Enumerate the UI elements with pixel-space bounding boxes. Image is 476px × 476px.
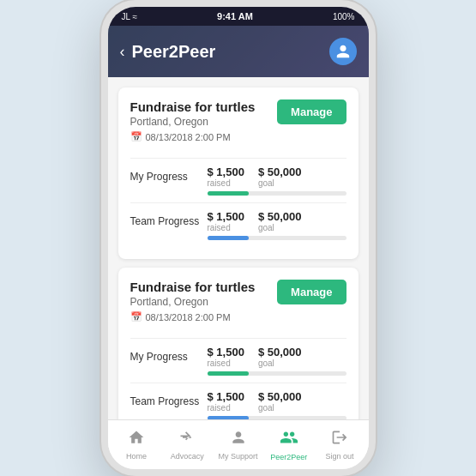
team-progress-row-1: Team Progress $ 1,500 raised $ 50,000 go… <box>130 210 346 240</box>
team-progress-label-2: Team Progress <box>130 395 208 407</box>
my-goal-2: $ 50,000 <box>258 346 302 359</box>
divider-2 <box>130 202 346 203</box>
campaign-date-1: 📅 08/13/2018 2:00 PM <box>130 131 256 142</box>
campaign-title-1: Fundraise for turtles <box>130 99 256 114</box>
my-progress-label-2: My Progress <box>130 351 208 363</box>
manage-button-2[interactable]: Manage <box>277 280 346 304</box>
peer2peer-icon <box>280 428 298 451</box>
my-raised-1: $ 1,500 <box>208 166 244 178</box>
nav-home-label: Home <box>126 452 147 461</box>
my-progress-fill-2 <box>208 371 250 376</box>
app-title: Peer2Peer <box>132 42 329 62</box>
my-progress-stats-2: $ 1,500 raised $ 50,000 goal <box>208 346 302 368</box>
campaign-location-1: Portland, Oregon <box>130 116 256 128</box>
manage-button-1[interactable]: Manage <box>277 99 346 124</box>
nav-my-support-label: My Support <box>218 452 257 461</box>
divider-3 <box>130 338 346 339</box>
team-raised-2: $ 1,500 <box>208 390 244 403</box>
divider-4 <box>130 383 346 383</box>
team-progress-stats-1: $ 1,500 raised $ 50,000 goal <box>208 210 302 232</box>
status-bar: JL ≈ 9:41 AM 100% <box>108 7 369 26</box>
my-progress-row-1: My Progress $ 1,500 raised $ 50,000 goal <box>130 166 346 196</box>
my-raised-2: $ 1,500 <box>208 346 244 359</box>
nav-advocacy[interactable]: Advocacy <box>162 425 213 464</box>
campaign-card-2: Fundraise for turtles Portland, Oregon 📅… <box>118 268 359 419</box>
user-avatar[interactable] <box>329 38 357 65</box>
my-goal-label-1: goal <box>258 178 302 188</box>
nav-my-support[interactable]: My Support <box>213 425 263 464</box>
my-goal-label-2: goal <box>258 359 302 368</box>
team-progress-fill-1 <box>208 236 250 240</box>
team-goal-1: $ 50,000 <box>258 210 302 223</box>
battery: 100% <box>333 12 355 21</box>
my-goal-1: $ 50,000 <box>258 166 302 178</box>
advocacy-icon <box>178 429 196 450</box>
nav-peer2peer[interactable]: Peer2Peer <box>263 425 314 465</box>
nav-advocacy-label: Advocacy <box>171 452 204 461</box>
my-progress-stats-1: $ 1,500 raised $ 50,000 goal <box>208 166 302 188</box>
back-button[interactable]: ‹ <box>120 43 125 61</box>
team-goal-label-2: goal <box>258 403 302 413</box>
status-time: 9:41 AM <box>217 11 253 21</box>
phone-frame: JL ≈ 9:41 AM 100% ‹ Peer2Peer Fundraise … <box>101 0 376 476</box>
team-progress-label-1: Team Progress <box>130 215 208 227</box>
team-goal-label-1: goal <box>258 223 302 232</box>
nav-sign-out[interactable]: Sign out <box>314 425 365 464</box>
team-progress-stats-2: $ 1,500 raised $ 50,000 goal <box>208 390 302 413</box>
calendar-icon-1: 📅 <box>130 131 142 142</box>
content-area: Fundraise for turtles Portland, Oregon 📅… <box>108 77 369 419</box>
nav-home[interactable]: Home <box>111 425 162 464</box>
divider-1 <box>130 158 346 159</box>
team-raised-label-1: raised <box>208 223 244 232</box>
my-progress-bar-2 <box>208 371 346 376</box>
my-raised-label-2: raised <box>208 359 244 368</box>
my-raised-label-1: raised <box>208 178 244 188</box>
my-progress-row-2: My Progress $ 1,500 raised $ 50,000 goal <box>130 346 346 376</box>
carrier: JL ≈ <box>122 12 137 21</box>
campaign-date-2: 📅 08/13/2018 2:00 PM <box>130 311 256 322</box>
my-progress-bar-1 <box>208 191 346 196</box>
nav-peer2peer-label: Peer2Peer <box>270 453 307 461</box>
calendar-icon-2: 📅 <box>130 311 142 322</box>
my-support-icon <box>230 429 247 450</box>
header-banner: ‹ Peer2Peer <box>108 26 369 77</box>
my-progress-fill-1 <box>208 191 250 196</box>
campaign-location-2: Portland, Oregon <box>130 296 256 308</box>
campaign-card-1: Fundraise for turtles Portland, Oregon 📅… <box>118 87 359 259</box>
home-icon <box>128 429 145 450</box>
bottom-nav: Home Advocacy My Support Peer2Peer Sign … <box>108 419 369 469</box>
team-progress-row-2: Team Progress $ 1,500 raised $ 50,000 go… <box>130 390 346 419</box>
campaign-title-2: Fundraise for turtles <box>130 280 256 294</box>
team-progress-bar-1 <box>208 236 346 240</box>
sign-out-icon <box>331 429 348 450</box>
my-progress-label-1: My Progress <box>130 171 208 183</box>
team-goal-2: $ 50,000 <box>258 390 302 403</box>
nav-sign-out-label: Sign out <box>325 452 353 461</box>
team-raised-label-2: raised <box>208 403 244 413</box>
team-raised-1: $ 1,500 <box>208 210 244 223</box>
